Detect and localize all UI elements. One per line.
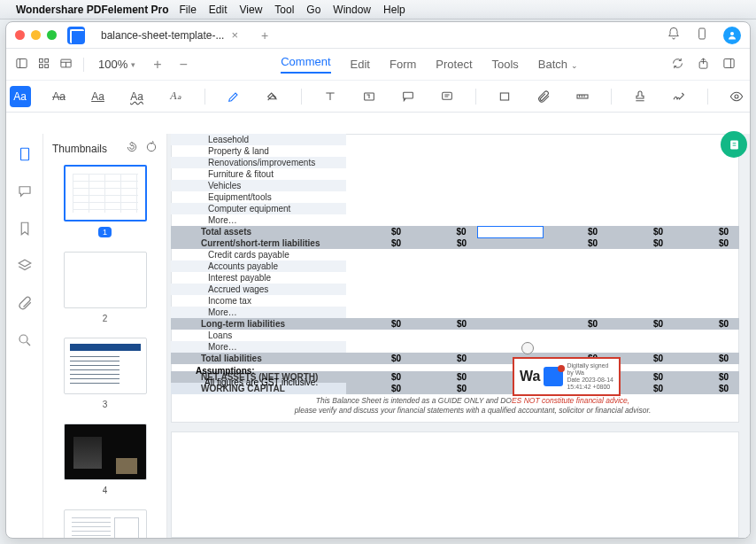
new-tab-button[interactable]: +: [261, 28, 268, 43]
svg-rect-8: [45, 64, 49, 67]
squiggly-button[interactable]: Aa: [127, 86, 148, 107]
thumbnail-page-3[interactable]: 3: [64, 338, 147, 409]
tab-edit[interactable]: Edit: [351, 58, 370, 71]
minimize-window-button[interactable]: [31, 30, 41, 40]
menu-go[interactable]: Go: [306, 4, 320, 16]
hide-annotations-icon[interactable]: [726, 86, 747, 107]
digital-signature[interactable]: Wa Digitally signed by Wa Date 2023-08-1…: [513, 357, 621, 396]
left-tool-strip: [6, 134, 43, 538]
stamp-icon[interactable]: [629, 86, 651, 107]
rectangle-shape-icon[interactable]: [494, 86, 515, 107]
textbox-icon[interactable]: [359, 86, 380, 107]
rotate-left-icon[interactable]: [126, 141, 138, 156]
comment-toolbar: Aa Aa Aa Aa Aₐ: [6, 81, 750, 113]
comments-panel-icon[interactable]: [17, 183, 33, 199]
assumptions-block: Assumptions: All figures are GST inclusi…: [196, 366, 318, 387]
workspace: Thumbnails 1 2 3 4: [6, 134, 750, 538]
zoom-dropdown[interactable]: 100% ▾: [98, 58, 135, 71]
menu-edit[interactable]: Edit: [209, 4, 228, 16]
attachment-icon[interactable]: [533, 86, 554, 107]
menu-tool[interactable]: Tool: [274, 4, 294, 16]
zoom-out-button[interactable]: −: [180, 57, 188, 73]
tab-comment[interactable]: Comment: [281, 55, 330, 74]
svg-rect-20: [500, 93, 508, 100]
svg-line-29: [27, 342, 30, 346]
balance-sheet-table: LeaseholdProperty & landRenovations/impr…: [171, 134, 739, 394]
sync-icon[interactable]: [671, 57, 684, 73]
page-canvas[interactable]: LeaseholdProperty & landRenovations/impr…: [167, 134, 750, 538]
grid-view-icon[interactable]: [37, 57, 50, 73]
svg-rect-6: [45, 58, 49, 62]
svg-rect-27: [20, 148, 28, 160]
signature-icon[interactable]: [668, 86, 690, 107]
svg-point-2: [730, 32, 734, 35]
row-label: More…: [171, 341, 346, 353]
row-label: Renovations/improvements: [171, 157, 346, 168]
caret-button[interactable]: Aₐ: [166, 86, 187, 107]
share-icon[interactable]: [697, 57, 710, 73]
app-name[interactable]: Wondershare PDFelement Pro: [16, 4, 169, 16]
thumbnail-page-4[interactable]: 4: [64, 424, 147, 495]
svg-rect-30: [730, 140, 738, 149]
menu-view[interactable]: View: [240, 4, 263, 16]
strikethrough-button[interactable]: Aa: [49, 86, 70, 107]
menu-help[interactable]: Help: [383, 4, 405, 16]
tab-tools[interactable]: Tools: [492, 58, 519, 71]
tab-protect[interactable]: Protect: [436, 58, 472, 71]
close-window-button[interactable]: [15, 30, 25, 40]
maximize-window-button[interactable]: [47, 30, 57, 40]
menu-window[interactable]: Window: [333, 4, 371, 16]
layers-icon[interactable]: [17, 258, 33, 274]
measure-icon[interactable]: [572, 86, 593, 107]
highlighter-icon[interactable]: [223, 86, 244, 107]
thumbnail-page-5[interactable]: [64, 509, 147, 538]
bookmarks-icon[interactable]: [17, 221, 33, 237]
titlebar: balance-sheet-template-... × +: [6, 22, 750, 49]
tab-form[interactable]: Form: [390, 58, 416, 71]
underline-button[interactable]: Aa: [88, 86, 109, 107]
search-icon[interactable]: [17, 332, 33, 348]
user-avatar[interactable]: [723, 27, 741, 44]
row-label: Equipment/tools: [171, 191, 346, 203]
floating-action-button[interactable]: [721, 131, 747, 158]
reading-view-icon[interactable]: [59, 57, 73, 73]
svg-rect-7: [40, 64, 43, 67]
tab-batch[interactable]: Batch ⌄: [538, 58, 578, 71]
row-label: More…: [171, 214, 346, 226]
selection-handle[interactable]: [521, 342, 534, 354]
zoom-value: 100%: [98, 58, 127, 71]
bell-icon[interactable]: [667, 27, 681, 41]
row-label: Credit cards payable: [171, 249, 346, 260]
zoom-in-button[interactable]: +: [153, 57, 161, 73]
row-label: Leasehold: [171, 134, 346, 145]
panel-icon[interactable]: [722, 57, 736, 73]
svg-rect-16: [403, 92, 413, 98]
row-label: Total assets: [171, 226, 346, 237]
row-label: Computer equipment: [171, 203, 346, 214]
svg-rect-3: [17, 58, 27, 67]
eraser-icon[interactable]: [262, 86, 283, 107]
device-icon[interactable]: [695, 27, 709, 41]
callout-icon[interactable]: [397, 86, 419, 107]
row-label: More…: [171, 307, 346, 318]
sidebar-toggle-icon[interactable]: [15, 57, 28, 73]
app-logo-icon: [67, 27, 85, 44]
tab-title: balance-sheet-template-...: [101, 29, 224, 42]
row-label: Accounts payable: [171, 260, 346, 272]
tab-close-icon[interactable]: ×: [231, 28, 238, 42]
ribbon-tabs: Comment Edit Form Protect Tools Batch ⌄: [281, 55, 578, 74]
document-tab[interactable]: balance-sheet-template-... ×: [92, 24, 247, 46]
note-icon[interactable]: [436, 86, 458, 107]
thumbnail-page-2[interactable]: 2: [64, 252, 147, 323]
svg-rect-21: [577, 95, 588, 98]
text-tool-icon[interactable]: [320, 86, 341, 107]
disclaimer-text: This Balance Sheet is intended as a GUID…: [265, 396, 681, 416]
thumbnails-panel: Thumbnails 1 2 3 4: [43, 134, 167, 538]
menu-file[interactable]: File: [180, 4, 197, 16]
rotate-right-icon[interactable]: [145, 141, 158, 156]
row-label: Vehicles: [171, 180, 346, 191]
attachments-panel-icon[interactable]: [17, 295, 33, 311]
highlight-text-button[interactable]: Aa: [10, 86, 31, 107]
thumbnails-icon[interactable]: [17, 146, 33, 162]
thumbnail-page-1[interactable]: 1: [64, 165, 147, 237]
